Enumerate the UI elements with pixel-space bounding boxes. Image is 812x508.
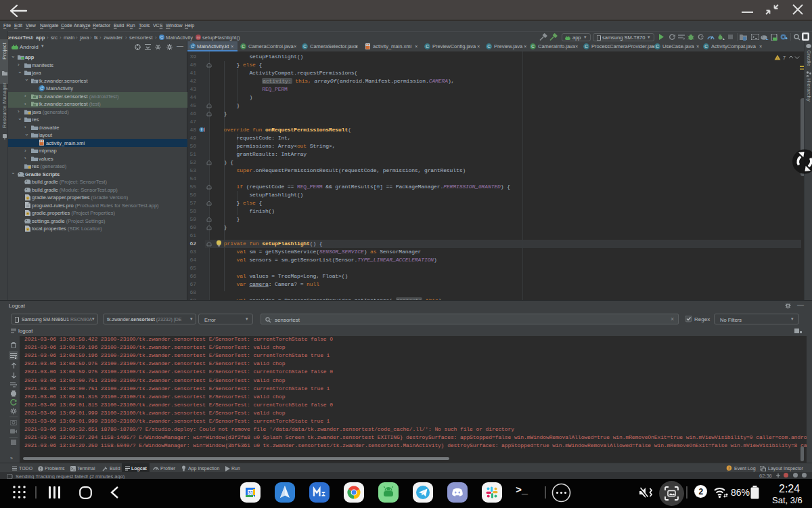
svg-text:2: 2 [728, 466, 730, 470]
svg-text:7: 7 [783, 56, 786, 60]
svg-text:31: 31 [248, 490, 253, 495]
svg-text:C: C [40, 86, 43, 91]
svg-text:!: ! [777, 56, 777, 60]
svg-text:m: m [197, 35, 200, 39]
svg-text:C: C [191, 44, 194, 49]
svg-text:C: C [160, 35, 164, 39]
